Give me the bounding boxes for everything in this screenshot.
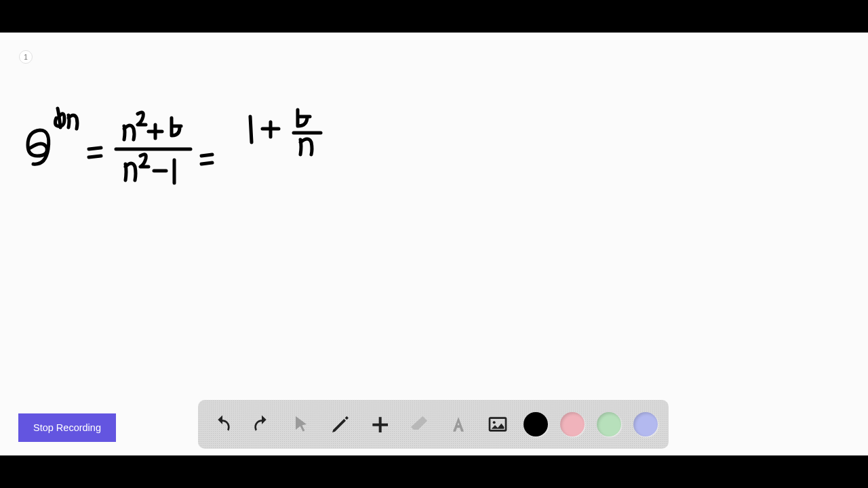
eraser-button[interactable] (406, 411, 433, 438)
add-button[interactable] (366, 411, 393, 438)
pen-icon (330, 413, 351, 435)
pointer-icon (290, 413, 312, 435)
image-icon (487, 413, 509, 435)
undo-button[interactable] (209, 411, 236, 438)
text-button[interactable] (445, 411, 472, 438)
color-swatch-pink[interactable] (560, 412, 585, 436)
color-swatch-blue[interactable] (633, 412, 658, 436)
stop-recording-button[interactable]: Stop Recording (18, 413, 116, 442)
eraser-icon (408, 413, 430, 435)
page-number: 1 (24, 54, 28, 61)
pen-button[interactable] (327, 411, 354, 438)
redo-button[interactable] (248, 411, 275, 438)
image-button[interactable] (484, 411, 511, 438)
svg-point-1 (493, 421, 496, 424)
color-swatch-green[interactable] (597, 412, 621, 436)
letterbox-top (0, 0, 868, 33)
page-number-badge: 1 (19, 50, 33, 64)
undo-icon (212, 413, 233, 435)
pointer-button[interactable] (288, 411, 315, 438)
text-icon (448, 413, 469, 435)
handwriting-strokes (24, 100, 342, 222)
color-swatch-black[interactable] (524, 412, 548, 436)
stop-recording-label: Stop Recording (33, 422, 101, 433)
whiteboard-canvas[interactable]: 1 (0, 33, 868, 455)
redo-icon (251, 413, 273, 435)
letterbox-bottom (0, 455, 868, 488)
plus-icon (369, 413, 391, 435)
toolbar (198, 400, 669, 449)
